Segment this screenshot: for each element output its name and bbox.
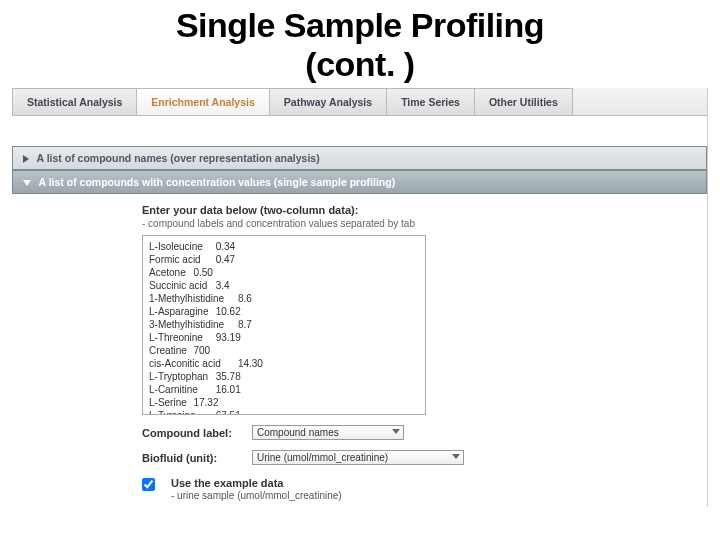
chevron-down-icon [392, 429, 400, 434]
tab-enrichment-analysis[interactable]: Enrichment Analysis [136, 88, 269, 115]
slide-title: Single Sample Profiling (cont. ) [0, 0, 720, 88]
section-body: Enter your data below (two-column data):… [12, 194, 707, 507]
compound-select-value: Compound names [257, 427, 339, 438]
chevron-right-icon [23, 155, 29, 163]
biofluid-select[interactable]: Urine (umol/mmol_creatinine) [252, 450, 464, 465]
panel: A list of compound names (over represent… [12, 146, 707, 507]
section-a-label: A list of compound names (over represent… [37, 152, 320, 164]
section-compound-names[interactable]: A list of compound names (over represent… [12, 146, 707, 170]
section-concentration-values[interactable]: A list of compounds with concentration v… [12, 170, 707, 194]
tab-statistical-analysis[interactable]: Statistical Analysis [12, 88, 137, 115]
example-data-row: Use the example data urine sample (umol/… [142, 477, 695, 501]
tab-time-series[interactable]: Time Series [386, 88, 475, 115]
chevron-down-icon [23, 180, 31, 186]
compound-label-select[interactable]: Compound names [252, 425, 404, 440]
section-b-label: A list of compounds with concentration v… [39, 176, 396, 188]
instruction-hint: compound labels and concentration values… [142, 218, 695, 229]
row-compound-label: Compound label: Compound names [142, 425, 695, 440]
chevron-down-icon [452, 454, 460, 459]
row-biofluid: Biofluid (unit): Urine (umol/mmol_creati… [142, 450, 695, 465]
use-example-checkbox[interactable] [142, 478, 155, 491]
biofluid-label-text: Biofluid (unit): [142, 452, 252, 464]
example-label: Use the example data [171, 477, 284, 489]
tab-other-utilities[interactable]: Other Utilities [474, 88, 573, 115]
biofluid-select-value: Urine (umol/mmol_creatinine) [257, 452, 388, 463]
app-frame: Statistical Analysis Enrichment Analysis… [12, 88, 708, 507]
title-line2: (cont. ) [305, 45, 414, 83]
compound-label-text: Compound label: [142, 427, 252, 439]
data-textarea[interactable]: L-Isoleucine 0.34 Formic acid 0.47 Aceto… [142, 235, 426, 415]
example-sublabel: urine sample (umol/mmol_creatinine) [171, 490, 342, 501]
tab-pathway-analysis[interactable]: Pathway Analysis [269, 88, 387, 115]
tab-bar: Statistical Analysis Enrichment Analysis… [12, 88, 707, 116]
title-line1: Single Sample Profiling [176, 6, 544, 44]
instruction-lead: Enter your data below (two-column data): [142, 204, 695, 216]
